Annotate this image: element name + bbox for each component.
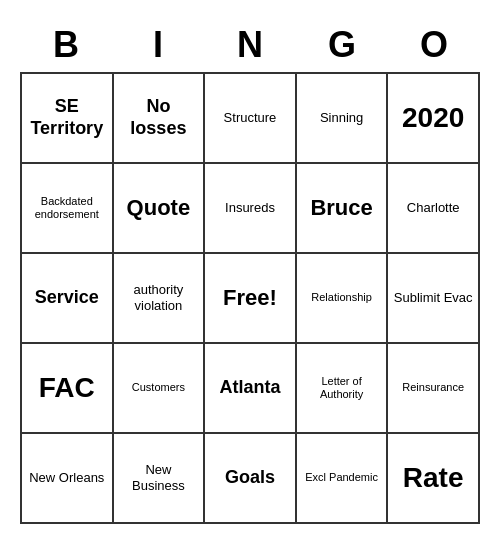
cell-text-r2-c0: Service [35,287,99,309]
cell-text-r3-c4: Reinsurance [402,381,464,394]
bingo-grid: SE TerritoryNo lossesStructureSinning202… [20,72,480,524]
cell-r3-c3[interactable]: Letter of Authority [297,344,389,434]
bingo-header: B I N G O [20,20,480,70]
cell-r1-c1[interactable]: Quote [114,164,206,254]
cell-text-r0-c3: Sinning [320,110,363,126]
cell-text-r4-c3: Excl Pandemic [305,471,378,484]
cell-r2-c0[interactable]: Service [22,254,114,344]
cell-r4-c0[interactable]: New Orleans [22,434,114,524]
cell-text-r3-c1: Customers [132,381,185,394]
header-b: B [20,20,112,70]
cell-text-r0-c0: SE Territory [26,96,108,139]
cell-text-r1-c2: Insureds [225,200,275,216]
cell-text-r4-c4: Rate [403,461,464,495]
cell-r0-c3[interactable]: Sinning [297,74,389,164]
cell-text-r2-c3: Relationship [311,291,372,304]
cell-text-r0-c1: No losses [118,96,200,139]
cell-r3-c1[interactable]: Customers [114,344,206,434]
cell-r4-c2[interactable]: Goals [205,434,297,524]
header-g: G [296,20,388,70]
header-o: O [388,20,480,70]
cell-r2-c4[interactable]: Sublimit Evac [388,254,480,344]
header-i: I [112,20,204,70]
cell-text-r2-c1: authority violation [118,282,200,313]
cell-r1-c0[interactable]: Backdated endorsement [22,164,114,254]
cell-text-r1-c4: Charlotte [407,200,460,216]
cell-text-r2-c4: Sublimit Evac [394,290,473,306]
cell-text-r3-c3: Letter of Authority [301,375,383,401]
cell-r3-c0[interactable]: FAC [22,344,114,434]
cell-text-r1-c1: Quote [127,195,191,221]
cell-text-r0-c4: 2020 [402,101,464,135]
cell-r2-c1[interactable]: authority violation [114,254,206,344]
cell-r1-c2[interactable]: Insureds [205,164,297,254]
cell-r4-c1[interactable]: New Business [114,434,206,524]
cell-text-r0-c2: Structure [224,110,277,126]
cell-r3-c4[interactable]: Reinsurance [388,344,480,434]
cell-r3-c2[interactable]: Atlanta [205,344,297,434]
cell-r0-c1[interactable]: No losses [114,74,206,164]
cell-r0-c4[interactable]: 2020 [388,74,480,164]
cell-text-r3-c0: FAC [39,371,95,405]
cell-text-r1-c3: Bruce [310,195,372,221]
cell-r1-c4[interactable]: Charlotte [388,164,480,254]
cell-r1-c3[interactable]: Bruce [297,164,389,254]
cell-r0-c2[interactable]: Structure [205,74,297,164]
cell-r2-c3[interactable]: Relationship [297,254,389,344]
cell-text-r1-c0: Backdated endorsement [26,195,108,221]
header-n: N [204,20,296,70]
cell-r0-c0[interactable]: SE Territory [22,74,114,164]
cell-text-r4-c0: New Orleans [29,470,104,486]
cell-text-r4-c2: Goals [225,467,275,489]
cell-r4-c3[interactable]: Excl Pandemic [297,434,389,524]
cell-text-r4-c1: New Business [118,462,200,493]
cell-text-r2-c2: Free! [223,285,277,311]
cell-text-r3-c2: Atlanta [219,377,280,399]
cell-r4-c4[interactable]: Rate [388,434,480,524]
bingo-card: B I N G O SE TerritoryNo lossesStructure… [10,10,490,534]
cell-r2-c2[interactable]: Free! [205,254,297,344]
